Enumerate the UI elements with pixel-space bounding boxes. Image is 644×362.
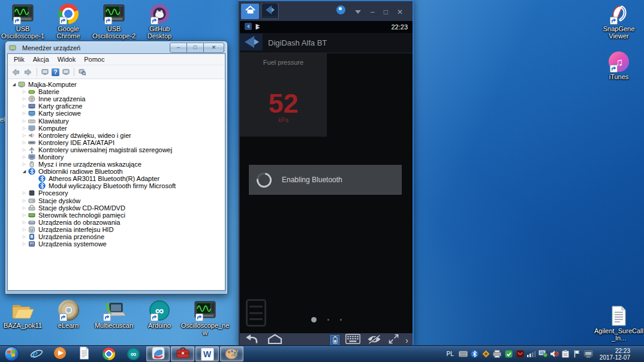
close-button[interactable]: ✕ [203, 43, 224, 53]
device-manager-titlebar[interactable]: Menedżer urządzeń –□✕ [7, 41, 225, 53]
tree-expander-icon[interactable]: ▷ [21, 132, 28, 139]
emulator-tab-digidash[interactable] [261, 4, 279, 19]
tree-item-komputer[interactable]: ▷ Komputer [8, 125, 225, 132]
tree-expander-icon[interactable]: ▷ [21, 197, 28, 204]
desktop-icon-arduino[interactable]: ∞ Arduino [137, 298, 182, 336]
nav-back-button[interactable] [244, 334, 258, 346]
desktop-icon-usb-oscilloscope-2[interactable]: USB Oscilloscope-2 [91, 1, 137, 40]
minimize-button[interactable]: – [170, 43, 187, 53]
tree-expander-icon[interactable]: ▷ [21, 189, 28, 197]
tray-keyboard-icon[interactable] [459, 351, 468, 357]
emulator-tab-home[interactable] [241, 4, 259, 19]
tree-expander-icon[interactable]: ▷ [21, 110, 28, 117]
tree-item-inne-urz-dzenia[interactable]: ▷ ? Inne urządzenia [8, 95, 225, 102]
desktop-icon-itunes[interactable]: ♫ iTunes [596, 49, 642, 80]
desktop-icon-multiecuscan[interactable]: Multiecuscan [91, 298, 137, 336]
tree-item-monitory[interactable]: ▷ Monitory [8, 153, 225, 161]
taskbar-button-bluestacks[interactable] [146, 346, 170, 361]
tree-expander-icon[interactable]: ▷ [21, 212, 28, 219]
fuel-pressure-tile[interactable]: Fuel pressure 52 kPa [240, 53, 327, 137]
desktop-icon-github-desktop[interactable]: GitHub Desktop [137, 1, 182, 40]
record-button[interactable] [336, 5, 345, 17]
tree-item-kontrolery-ide-ata-atapi[interactable]: ▷ Kontrolery IDE ATA/ATAPI [8, 139, 225, 146]
desktop-icon-baza-pok11[interactable]: BAZA_pok11 [0, 298, 46, 336]
desktop-icon-snapgene-viewer[interactable]: SnapGene Viewer [596, 1, 642, 40]
tray-phone-icon[interactable] [504, 350, 513, 358]
clock[interactable]: 22:23 2017-12-07 [595, 348, 634, 361]
maximize-button[interactable]: □ [384, 6, 388, 17]
menu-pomoc[interactable]: Pomoc [80, 56, 109, 63]
tree-item-kontrolery-d-wi-ku-wideo-i-gier[interactable]: ▷ Kontrolery dźwięku, wideo i gier [8, 132, 225, 139]
tree-expander-icon[interactable]: ▷ [21, 226, 28, 233]
tree-item-klawiatury[interactable]: ▷ Klawiatury [8, 117, 225, 124]
tray-clipboard-icon[interactable] [561, 350, 570, 358]
eye-button[interactable] [366, 334, 382, 346]
nav-home-button[interactable] [267, 334, 282, 346]
tree-item-kontrolery-uniwersalnej-magistrali-szeregowej[interactable]: ▷ Kontrolery uniwersalnej magistrali sze… [8, 146, 225, 153]
battery-button[interactable] [330, 335, 339, 346]
tray-monitor-icon[interactable] [584, 351, 593, 358]
tree-expander-icon[interactable]: ▷ [21, 88, 28, 95]
taskbar-button-word[interactable]: W [195, 346, 219, 361]
tray-signal-icon[interactable] [527, 351, 536, 357]
tree-expander-icon[interactable]: ▷ [21, 102, 28, 110]
tray-bluetooth-icon[interactable] [470, 350, 479, 358]
taskbar-button-notepad[interactable] [73, 346, 96, 361]
tree-item-modu-wyliczaj-cy-bluetooth-firmy-microsoft[interactable]: Moduł wyliczający Bluetooth firmy Micros… [8, 182, 225, 189]
forward-icon[interactable] [23, 68, 32, 76]
tree-item-procesory[interactable]: ▷ Procesory [8, 189, 225, 197]
tray-volume-muted-icon[interactable] [550, 350, 559, 358]
desktop-icon-agilent-surecall-in[interactable]: Agilent_SureCall_In... [596, 303, 642, 342]
tree-expander-icon[interactable]: ▷ [21, 95, 28, 102]
tree-item-mysz-i-inne-urz-dzenia-wskazuj-ce[interactable]: ▷ Mysz i inne urządzenia wskazujące [8, 161, 225, 168]
tree-item-atheros-ar3011-bluetooth-r-adapter[interactable]: Atheros AR3011 Bluetooth(R) Adapter [8, 175, 225, 182]
tray-red-app-icon[interactable] [516, 350, 525, 358]
tree-expander-icon[interactable]: ▷ [21, 233, 28, 240]
tree-item-majka-komputer[interactable]: ◢ Majka-Komputer [8, 81, 225, 88]
tree-expander-icon[interactable]: ▷ [21, 117, 28, 125]
menu-akcja[interactable]: Akcja [29, 56, 53, 63]
tree-expander-icon[interactable]: ▷ [21, 125, 28, 132]
language-indicator[interactable]: PL [444, 351, 456, 357]
tree-item-stacje-dysk-w-cd-rom-dvd[interactable]: ▷ Stacje dysków CD-ROM/DVD [8, 204, 225, 212]
chevron-right-button[interactable]: › [405, 335, 408, 346]
taskbar-button-toolbox[interactable] [171, 346, 194, 361]
tree-expander-icon[interactable]: ▷ [21, 204, 28, 212]
tree-item-urz-dzenia-systemowe[interactable]: ▷ Urządzenia systemowe [8, 240, 225, 248]
close-button[interactable]: ✕ [397, 6, 403, 17]
minimize-button[interactable]: – [371, 6, 375, 17]
desktop-icon-oscilloscope-new[interactable]: Oscilloscope_new [182, 298, 228, 336]
tree-item-karty-sieciowe[interactable]: ▷ Karty sieciowe [8, 110, 225, 117]
tree-item-sterownik-technologii-pami-ci[interactable]: ▷ Sterownik technologii pamięci [8, 212, 225, 219]
tree-expander-icon[interactable]: ▷ [21, 153, 28, 161]
back-icon[interactable] [11, 68, 20, 76]
devices-view-icon[interactable] [41, 68, 49, 76]
tree-expander-icon[interactable]: ▷ [21, 146, 28, 153]
menu-widok[interactable]: Widok [53, 56, 80, 63]
tray-net-shield-icon[interactable] [538, 350, 547, 358]
taskbar-button-windows-media-player[interactable] [48, 346, 71, 361]
app-drawer-handle-icon[interactable] [246, 299, 266, 327]
tree-item-baterie[interactable]: ▷ Baterie [8, 88, 225, 95]
tree-expander-icon[interactable]: ▷ [21, 219, 28, 226]
tree-expander-icon[interactable]: ◢ [11, 81, 17, 88]
tray-flag-icon[interactable] [573, 350, 582, 358]
tree-expander-icon[interactable]: ◢ [21, 168, 28, 175]
menu-caret-button[interactable] [354, 6, 362, 17]
start-button[interactable] [0, 346, 23, 362]
tree-expander-icon[interactable]: ▷ [21, 139, 28, 146]
taskbar-button-internet-explorer[interactable]: e [23, 346, 47, 361]
tree-expander-icon[interactable]: ▷ [21, 161, 28, 168]
tree-item-urz-dzenia-do-obrazowania[interactable]: ▷ Urządzenia do obrazowania [8, 219, 225, 226]
tray-diamond-icon[interactable] [482, 350, 490, 358]
tree-expander-icon[interactable]: ▷ [21, 240, 28, 248]
desktop-icon-elearn[interactable]: eLearn [46, 298, 91, 336]
help-icon[interactable]: ? [52, 68, 59, 76]
tree-item-stacje-dysk-w[interactable]: ▷ Stacje dysków [8, 197, 225, 204]
keyboard-button[interactable] [345, 334, 360, 346]
desktop-icon-usb-oscilloscope-1[interactable]: USB Oscilloscope-1 [0, 1, 46, 40]
taskbar-button-google-chrome[interactable] [97, 346, 121, 361]
menu-plik[interactable]: Plik [10, 56, 29, 63]
tree-item-urz-dzenia-przeno-ne[interactable]: ▷ Urządzenia przenośne [8, 233, 225, 240]
scan-hardware-icon[interactable] [79, 68, 86, 76]
